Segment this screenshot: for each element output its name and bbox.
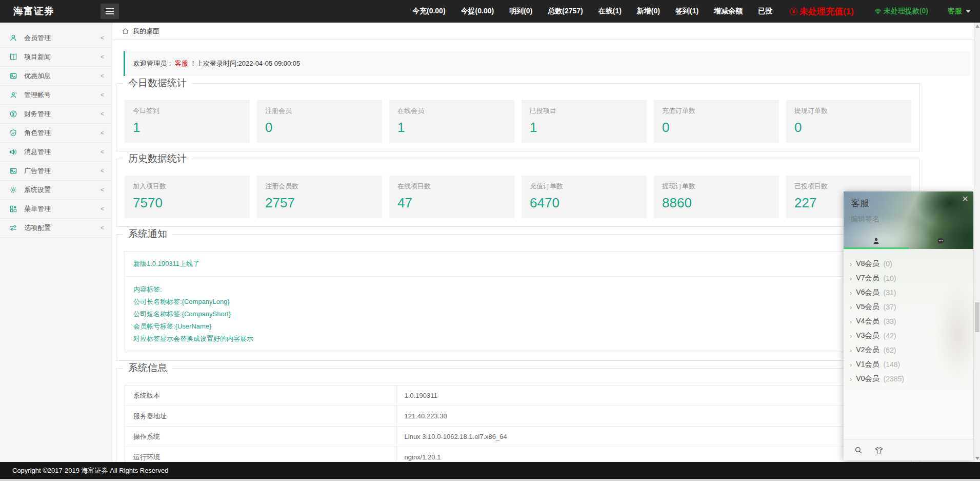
- member-group-row[interactable]: › V5会员 (37): [850, 300, 973, 314]
- stat-card: 在线会员 1: [389, 100, 514, 143]
- member-group-row[interactable]: › V8会员 (0): [850, 257, 973, 271]
- sidebar-item-label: 项目新闻: [24, 52, 51, 62]
- section-title: 今日数据统计: [123, 76, 192, 90]
- tab-contacts[interactable]: [844, 237, 909, 245]
- unprocessed-withdraw-button[interactable]: 未处理提款(0): [874, 7, 928, 16]
- header-stats: 今充(0.00)今提(0.00)明到(0)总数(2757)在线(1)新增(0)签…: [412, 7, 772, 16]
- close-icon[interactable]: ×: [962, 194, 968, 204]
- header-stat[interactable]: 新增(0): [637, 7, 660, 16]
- sidebar-item[interactable]: 系统设置 <: [0, 181, 112, 200]
- menu-toggle-button[interactable]: [101, 4, 119, 19]
- today-stats-section: 今日数据统计 今日签到 1 注册会员 0 在线会员 1 已投项目 1 充值订单数…: [116, 83, 920, 151]
- chat-bubble-icon: [936, 237, 945, 245]
- stat-card: 提现订单数 0: [786, 100, 911, 143]
- chevron-right-icon: ›: [850, 375, 852, 383]
- sidebar-item-label: 财务管理: [24, 109, 51, 119]
- header-stat[interactable]: 明到(0): [509, 7, 532, 16]
- sidebar-item[interactable]: 消息管理 <: [0, 143, 112, 162]
- sidebar-item[interactable]: 广告管理 <: [0, 162, 112, 181]
- stat-card: 充值订单数 0: [654, 100, 779, 143]
- member-group-name: V0会员: [856, 374, 879, 383]
- shirt-icon[interactable]: [874, 446, 884, 455]
- sidebar-item[interactable]: 菜单管理 <: [0, 200, 112, 219]
- scroll-up-arrow-icon[interactable]: [975, 25, 979, 28]
- sidebar-item[interactable]: 选项配置 <: [0, 219, 112, 238]
- stat-card: 加入项目数 7570: [125, 176, 250, 218]
- info-label: 系统版本: [125, 386, 396, 406]
- member-group-count: (37): [883, 303, 896, 311]
- header-stat[interactable]: 签到(1): [675, 7, 698, 16]
- notice-headline-link[interactable]: 新版1.0.190311上线了: [125, 252, 911, 277]
- unprocessed-recharge-button[interactable]: ¥ 未处理充值(1): [790, 6, 854, 17]
- customer-service-menu[interactable]: 客服: [948, 7, 971, 16]
- stat-card-value: 1: [133, 120, 242, 136]
- welcome-banner: 欢迎管理员： 客服 ！上次登录时间:2022-04-05 09:00:05: [124, 51, 970, 76]
- notice-line: 公司短名称标签:{CompanyShort}: [133, 308, 903, 320]
- top-bar: 海富证券 今充(0.00)今提(0.00)明到(0)总数(2757)在线(1)新…: [0, 0, 980, 23]
- chevron-collapse-icon: <: [101, 205, 104, 213]
- stat-card-label: 提现订单数: [794, 106, 903, 116]
- stat-card-value: 0: [662, 120, 771, 136]
- chevron-collapse-icon: <: [101, 129, 104, 137]
- member-group-row[interactable]: › V1会员 (148): [850, 357, 973, 372]
- tab-messages[interactable]: [909, 237, 974, 245]
- sidebar-item[interactable]: 角色管理 <: [0, 124, 112, 143]
- sidebar-item-label: 选项配置: [24, 223, 51, 233]
- stat-card-label: 已投项目: [530, 106, 638, 116]
- search-icon[interactable]: [854, 446, 863, 455]
- scrollbar-thumb[interactable]: [975, 302, 979, 332]
- notice-line: 会员帐号标签:{UserName}: [133, 320, 903, 333]
- footer: Copyright ©2017-2019 海富证券 All Rights Res…: [0, 462, 980, 479]
- system-info-section: 系统信息 系统版本 1.0.190311 服务器地址 121.40.223.30…: [116, 368, 920, 463]
- chat-widget-title: 客服: [851, 197, 869, 209]
- chevron-right-icon: ›: [850, 303, 852, 311]
- sidebar-item-label: 广告管理: [24, 166, 51, 176]
- header-stat[interactable]: 今提(0.00): [461, 7, 494, 16]
- sidebar-item[interactable]: 优惠加息 <: [0, 67, 112, 86]
- header-stat[interactable]: 在线(1): [598, 7, 622, 16]
- sidebar-item[interactable]: 会员管理 <: [0, 29, 112, 48]
- chevron-down-icon: [966, 10, 971, 13]
- sidebar-item[interactable]: 管理帐号 <: [0, 86, 112, 105]
- member-group-row[interactable]: › V3会员 (42): [850, 329, 973, 343]
- member-group-row[interactable]: › V0会员 (2385): [850, 372, 973, 386]
- sliders-icon: [9, 224, 17, 232]
- admin-dashboard: 海富证券 今充(0.00)今提(0.00)明到(0)总数(2757)在线(1)新…: [0, 0, 980, 481]
- stat-card-label: 注册会员: [265, 106, 374, 116]
- stat-card-value: 0: [794, 120, 903, 136]
- section-title: 系统通知: [123, 227, 172, 241]
- admin-name: 客服: [175, 59, 188, 68]
- member-group-count: (0): [883, 260, 892, 268]
- info-label: 服务器地址: [125, 406, 396, 426]
- chevron-collapse-icon: <: [101, 186, 104, 194]
- user-icon: [9, 34, 17, 42]
- sidebar-item[interactable]: 项目新闻 <: [0, 48, 112, 67]
- stat-card-label: 充值订单数: [530, 182, 638, 191]
- sidebar-item-label: 角色管理: [24, 128, 51, 138]
- header-stat[interactable]: 增减余额: [714, 7, 743, 16]
- header-stat[interactable]: 已投: [758, 7, 772, 16]
- chevron-right-icon: ›: [850, 361, 852, 369]
- edit-signature-link[interactable]: 编辑签名: [851, 215, 879, 224]
- home-icon[interactable]: [122, 27, 129, 35]
- sidebar-item[interactable]: 财务管理 <: [0, 105, 112, 124]
- vertical-scrollbar[interactable]: [974, 23, 980, 462]
- member-group-row[interactable]: › V2会员 (62): [850, 343, 973, 357]
- member-group-list: › V8会员 (0) › V7会员 (10) › V6会员 (31) › V5会…: [844, 249, 973, 439]
- member-group-row[interactable]: › V7会员 (10): [850, 271, 973, 285]
- scroll-down-arrow-icon[interactable]: [975, 457, 979, 460]
- notice-line: 公司长名称标签:{CompanyLong}: [133, 296, 903, 308]
- breadcrumb-label[interactable]: 我的桌面: [133, 27, 159, 36]
- member-group-name: V1会员: [856, 360, 879, 369]
- stat-card-value: 6470: [530, 195, 638, 211]
- header-stat[interactable]: 今充(0.00): [412, 7, 446, 16]
- member-group-row[interactable]: › V4会员 (33): [850, 314, 973, 329]
- header-stat[interactable]: 总数(2757): [548, 7, 583, 16]
- unprocessed-withdraw-label: 未处理提款(0): [884, 7, 928, 16]
- stat-card-label: 在线会员: [397, 106, 506, 116]
- system-info-table: 系统版本 1.0.190311 服务器地址 121.40.223.30 操作系统…: [125, 385, 911, 463]
- stat-card-label: 在线项目数: [397, 182, 506, 191]
- member-group-row[interactable]: › V6会员 (31): [850, 285, 973, 300]
- table-row: 系统版本 1.0.190311: [125, 386, 911, 406]
- stat-card: 提现订单数 8860: [654, 176, 779, 218]
